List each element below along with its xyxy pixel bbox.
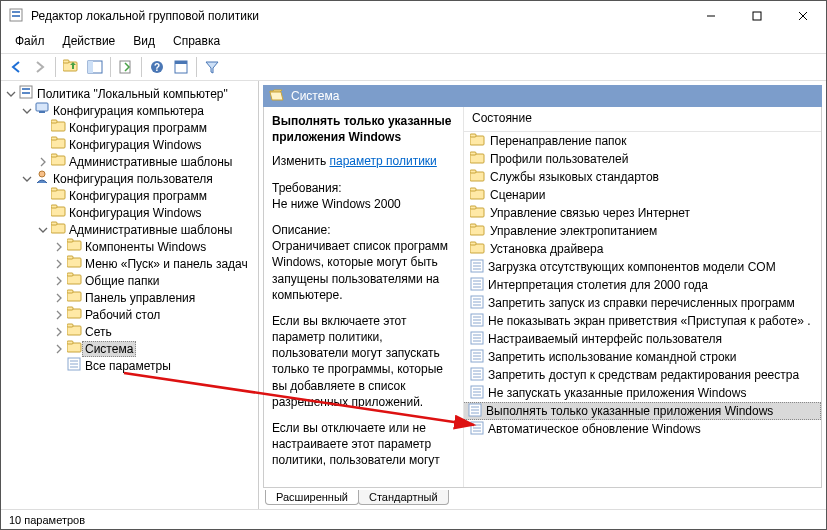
close-button[interactable] [780, 1, 826, 31]
list-item-setting[interactable]: Выполнять только указанные приложения Wi… [464, 402, 821, 420]
list-item-folder[interactable]: Установка драйвера [464, 240, 821, 258]
list-item-setting[interactable]: Запретить запуск из справки перечисленны… [464, 294, 821, 312]
list-item-setting[interactable]: Загрузка отсутствующих компонентов модел… [464, 258, 821, 276]
tree-item-system[interactable]: Система [53, 340, 258, 357]
expander-icon[interactable] [53, 309, 65, 321]
list-item-folder[interactable]: Сценарии [464, 186, 821, 204]
filter-button[interactable] [201, 56, 223, 78]
list-item-folder[interactable]: Службы языковых стандартов [464, 168, 821, 186]
setting-icon [470, 367, 484, 384]
expander-icon[interactable] [37, 156, 49, 168]
list-item-setting[interactable]: Запретить использование командной строки [464, 348, 821, 366]
tree-computer-config[interactable]: Конфигурация компьютера [21, 102, 258, 119]
tree-item[interactable]: Компоненты Windows [53, 238, 258, 255]
maximize-button[interactable] [734, 1, 780, 31]
list-item-setting[interactable]: Не показывать экран приветствия «Приступ… [464, 312, 821, 330]
tree-item[interactable]: Конфигурация Windows [37, 204, 258, 221]
setting-icon [470, 331, 484, 348]
back-button[interactable] [5, 56, 27, 78]
tree-item[interactable]: Конфигурация программ [37, 187, 258, 204]
folder-icon [470, 151, 486, 168]
setting-icon [468, 403, 482, 420]
description-para-2: Если вы включаете этот параметр политики… [272, 313, 455, 410]
spacer [37, 139, 49, 151]
list-item-folder[interactable]: Управление электропитанием [464, 222, 821, 240]
expander-icon[interactable] [21, 105, 33, 117]
help-button[interactable]: ? [146, 56, 168, 78]
list-item-setting[interactable]: Настраиваемый интерфейс пользователя [464, 330, 821, 348]
list-item-label: Выполнять только указанные приложения Wi… [486, 404, 773, 418]
tree-label: Конфигурация программ [69, 189, 207, 203]
tree-item[interactable]: Меню «Пуск» и панель задач [53, 255, 258, 272]
forward-button[interactable] [29, 56, 51, 78]
expander-icon[interactable] [5, 88, 17, 100]
expander-icon[interactable] [53, 275, 65, 287]
tree-item[interactable]: Конфигурация Windows [37, 136, 258, 153]
up-button[interactable] [60, 56, 82, 78]
titlebar: Редактор локальной групповой политики [1, 1, 826, 31]
expander-icon[interactable] [37, 224, 49, 236]
list-item-label: Интерпретация столетия для 2000 года [488, 278, 708, 292]
tree-item[interactable]: Конфигурация программ [37, 119, 258, 136]
list-item-label: Загрузка отсутствующих компонентов модел… [488, 260, 776, 274]
folder-icon [67, 340, 83, 357]
tree-label: Компоненты Windows [85, 240, 206, 254]
menu-help[interactable]: Справка [165, 32, 228, 50]
tree-label: Панель управления [85, 291, 195, 305]
folder-icon [51, 153, 67, 170]
folder-icon [67, 306, 83, 323]
list-item-setting[interactable]: Автоматическое обновление Windows [464, 420, 821, 438]
tree-root[interactable]: Политика "Локальный компьютер" [5, 85, 258, 102]
list-item-label: Управление связью через Интернет [490, 206, 690, 220]
list-body[interactable]: Перенаправление папокПрофили пользовател… [464, 132, 821, 487]
tree-item[interactable]: Панель управления [53, 289, 258, 306]
list-item-setting[interactable]: Не запускать указанные приложения Window… [464, 384, 821, 402]
setting-icon [470, 277, 484, 294]
spacer [37, 122, 49, 134]
list-item-setting[interactable]: Запретить доступ к средствам редактирова… [464, 366, 821, 384]
expander-icon[interactable] [21, 173, 33, 185]
list-item-label: Запретить использование командной строки [488, 350, 737, 364]
tree-item[interactable]: Сеть [53, 323, 258, 340]
tree-label: Сеть [85, 325, 112, 339]
tree-user-config[interactable]: Конфигурация пользователя [21, 170, 258, 187]
menu-view[interactable]: Вид [125, 32, 163, 50]
expander-icon[interactable] [53, 292, 65, 304]
requirements-value: Не ниже Windows 2000 [272, 196, 455, 212]
list-item-folder[interactable]: Профили пользователей [464, 150, 821, 168]
tree-label: Рабочий стол [85, 308, 160, 322]
folder-icon [470, 241, 486, 258]
tree-item[interactable]: Общие папки [53, 272, 258, 289]
tab-extended[interactable]: Расширенный [265, 490, 359, 505]
list-item-setting[interactable]: Интерпретация столетия для 2000 года [464, 276, 821, 294]
list-column-header[interactable]: Состояние [464, 107, 821, 132]
expander-icon[interactable] [53, 258, 65, 270]
edit-policy-link[interactable]: параметр политики [329, 154, 436, 168]
separator [141, 57, 142, 77]
svg-text:?: ? [154, 62, 160, 73]
tab-standard[interactable]: Стандартный [358, 490, 449, 505]
expander-icon[interactable] [53, 241, 65, 253]
minimize-button[interactable] [688, 1, 734, 31]
tree-label: Общие папки [85, 274, 159, 288]
tree-pane[interactable]: Политика "Локальный компьютер" Конфигура… [1, 81, 259, 509]
export-button[interactable] [115, 56, 137, 78]
body: Политика "Локальный компьютер" Конфигура… [1, 81, 826, 509]
expander-icon[interactable] [53, 343, 65, 355]
show-hide-tree-button[interactable] [84, 56, 106, 78]
tree-item-admin-templates[interactable]: Административные шаблоны [37, 221, 258, 238]
tree-item[interactable]: Рабочий стол [53, 306, 258, 323]
detail-panel: Выполнять только указанные приложения Wi… [264, 107, 464, 487]
svg-rect-13 [753, 12, 761, 20]
content-pane: Система Выполнять только указанные прило… [259, 81, 826, 509]
expander-icon[interactable] [53, 326, 65, 338]
list-item-folder[interactable]: Перенаправление папок [464, 132, 821, 150]
properties-button[interactable] [170, 56, 192, 78]
tree-item-all-settings[interactable]: Все параметры [53, 357, 258, 374]
list-item-label: Запретить доступ к средствам редактирова… [488, 368, 799, 382]
menu-action[interactable]: Действие [55, 32, 124, 50]
menu-file[interactable]: Файл [7, 32, 53, 50]
list-item-folder[interactable]: Управление связью через Интернет [464, 204, 821, 222]
settings-icon [67, 357, 83, 374]
tree-item[interactable]: Административные шаблоны [37, 153, 258, 170]
